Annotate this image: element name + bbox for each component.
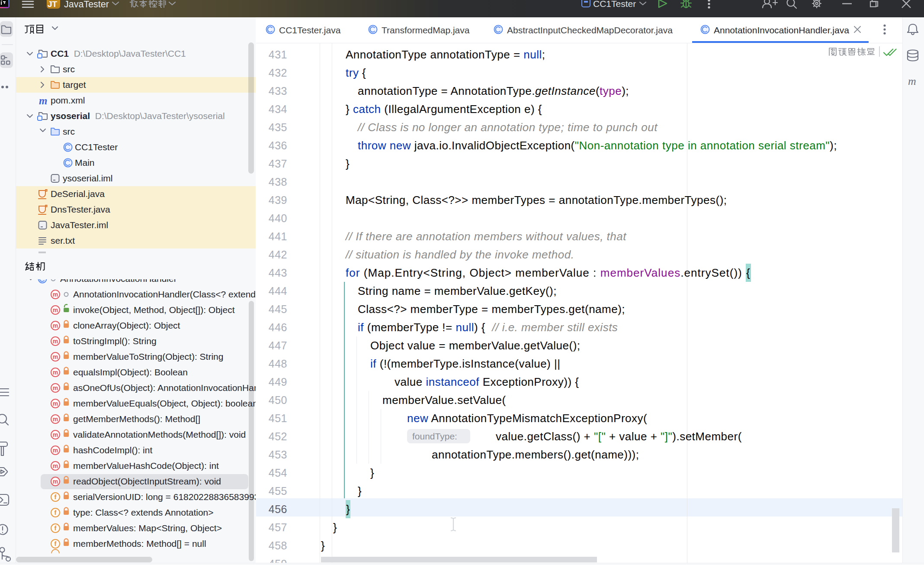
svg-text:m: m: [908, 75, 916, 87]
svg-text:m: m: [53, 322, 58, 329]
svg-text:m: m: [53, 291, 58, 298]
svg-text:m: m: [53, 338, 58, 345]
svg-text:m: m: [53, 400, 58, 407]
svg-text:JavaTester: JavaTester: [64, 0, 109, 10]
svg-text:m: m: [53, 369, 58, 376]
svg-text:CC1Tester: CC1Tester: [593, 0, 636, 9]
svg-text:m: m: [53, 353, 58, 360]
svg-text:m: m: [53, 447, 58, 454]
svg-text:m: m: [53, 307, 58, 313]
svg-text:m: m: [53, 416, 58, 423]
svg-text:m: m: [39, 95, 47, 107]
svg-text:m: m: [53, 478, 58, 485]
svg-text:m: m: [53, 431, 58, 438]
svg-text:m: m: [53, 462, 58, 469]
svg-text:JT: JT: [48, 0, 58, 9]
svg-text:m: m: [53, 384, 58, 391]
